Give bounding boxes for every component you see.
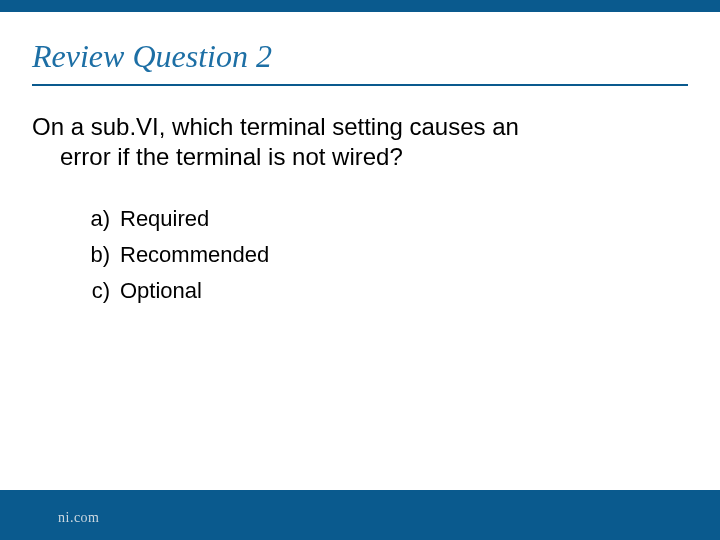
question-line-2: error if the terminal is not wired? [32,142,672,172]
option-c: c) Optional [82,278,269,304]
option-text: Required [116,206,209,232]
option-letter: c) [82,278,116,304]
slide: Review Question 2 On a sub.VI, which ter… [0,0,720,540]
question-line-1: On a sub.VI, which terminal setting caus… [32,112,672,142]
option-letter: a) [82,206,116,232]
option-a: a) Required [82,206,269,232]
title-underline [32,84,688,86]
option-text: Optional [116,278,202,304]
top-accent-bar [0,0,720,12]
option-text: Recommended [116,242,269,268]
question-text: On a sub.VI, which terminal setting caus… [32,112,672,172]
slide-title: Review Question 2 [32,38,272,75]
footer-bar: ni.com [0,490,720,540]
option-b: b) Recommended [82,242,269,268]
footer-brand: ni.com [58,510,100,526]
option-letter: b) [82,242,116,268]
answer-options: a) Required b) Recommended c) Optional [82,206,269,314]
